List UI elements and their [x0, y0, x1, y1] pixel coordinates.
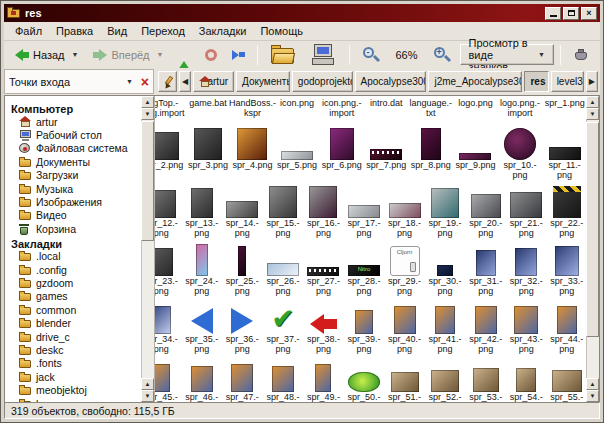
menu-item-5[interactable]: Помощь: [253, 23, 310, 39]
file-item-spr_13.png[interactable]: spr_13.-png: [182, 182, 223, 240]
files-scrollbar[interactable]: ▲ ▼ ▲ ▼: [586, 96, 599, 402]
file-item-spr_11.png[interactable]: spr_11.-png: [542, 124, 587, 182]
file-item-spr_2.png[interactable]: spr_2.png: [155, 124, 186, 182]
file-item-spr_55.png[interactable]: spr_55.-png: [546, 356, 587, 402]
sidebar-item-games[interactable]: games: [5, 290, 141, 303]
file-item-spr_28.png[interactable]: Nitrospr_28.-png: [344, 240, 385, 298]
file-item-spr_15.png[interactable]: spr_15.-png: [263, 182, 304, 240]
file-item-spr_41.png[interactable]: spr_41.-png: [425, 298, 466, 356]
file-item-spr_27.png[interactable]: spr_27.-png: [303, 240, 344, 298]
file-item-game.bat[interactable]: game.bat: [186, 98, 231, 124]
file-item-spr_17.png[interactable]: spr_17.-png: [344, 182, 385, 240]
menu-item-0[interactable]: Файл: [8, 23, 49, 39]
file-item-spr_18.png[interactable]: spr_18.-png: [384, 182, 425, 240]
path-scroll-right-button[interactable]: ▶: [586, 71, 598, 92]
file-item-spr_39.png[interactable]: spr_39.-png: [344, 298, 385, 356]
sidebar-item-Корзина[interactable]: Корзина: [5, 222, 141, 235]
edit-path-button[interactable]: [158, 71, 177, 92]
sidebar-item-kosmo[interactable]: kosmo: [5, 397, 141, 402]
path-button-Документы[interactable]: Документы: [236, 71, 290, 92]
file-item-spr_33.png[interactable]: spr_33.-png: [546, 240, 587, 298]
file-item-spr_42.png[interactable]: spr_42.-png: [465, 298, 506, 356]
path-button-res[interactable]: res: [524, 71, 548, 92]
open-folder-button[interactable]: [264, 40, 302, 70]
file-item-logo.png[interactable]: logo.png: [453, 98, 498, 124]
sidebar-item-.local[interactable]: .local: [5, 250, 141, 263]
file-item-intro.dat[interactable]: intro.dat: [364, 98, 409, 124]
view-mode-dropdown[interactable]: Просмотр в виде значков ▼: [460, 44, 554, 65]
file-item-spr_49.png[interactable]: spr_49.-png: [303, 356, 344, 402]
sidebar-item-meobjektoj[interactable]: meobjektoj: [5, 383, 141, 396]
scroll-down-icon[interactable]: ▼: [141, 108, 154, 120]
forward-button[interactable]: Вперёд ▼: [87, 45, 169, 65]
scroll-down-icon[interactable]: ▼: [586, 108, 599, 120]
file-item-spr_47.png[interactable]: spr_47.-png: [222, 356, 263, 402]
file-item-spr_21.png[interactable]: spr_21.-png: [506, 182, 547, 240]
sidebar-item-Файловая система[interactable]: Файловая система: [5, 142, 141, 155]
file-item-spr_46.png[interactable]: spr_46.-png: [182, 356, 223, 402]
file-item-spr_40.png[interactable]: spr_40.-png: [384, 298, 425, 356]
file-item-spr_50.png[interactable]: spr_50.-png: [344, 356, 385, 402]
scroll-down-icon[interactable]: ▼: [141, 390, 154, 402]
reload-button[interactable]: [199, 45, 223, 65]
sidebar-item-Документы[interactable]: Документы: [5, 155, 141, 168]
back-button[interactable]: Назад ▼: [9, 45, 84, 65]
file-item-spr_4.png[interactable]: spr_4.png: [230, 124, 275, 182]
sidebar-item-Рабочий стол[interactable]: Рабочий стол: [5, 128, 141, 141]
file-item-icon.png.import[interactable]: icon.png.-import: [319, 98, 364, 124]
file-item-logo.png.import[interactable]: logo.png.-import: [498, 98, 543, 124]
sidebar-item-artur[interactable]: artur: [5, 115, 141, 128]
file-item-spr_26.png[interactable]: spr_26.-png: [263, 240, 304, 298]
maximize-button[interactable]: [563, 7, 579, 20]
sidebar-item-Изображения[interactable]: Изображения: [5, 195, 141, 208]
path-button-j2me_Apocalypse3000[interactable]: j2me_Apocalypse3000: [428, 71, 522, 92]
sidebar-close-icon[interactable]: ×: [141, 76, 149, 88]
file-item-language.txt[interactable]: language.-txt: [409, 98, 454, 124]
sidebar-item-.config[interactable]: .config: [5, 263, 141, 276]
scroll-up-icon[interactable]: ▲: [586, 378, 599, 390]
sidebar-item-Загрузки[interactable]: Загрузки: [5, 169, 141, 182]
file-item-spr_30.png[interactable]: spr_30.-png: [425, 240, 466, 298]
file-item-spr_3.png[interactable]: spr_3.png: [186, 124, 231, 182]
file-item-spr_34.png[interactable]: spr_34.-png: [155, 298, 182, 356]
file-item-spr_29.png[interactable]: Cljornspr_29.-png: [384, 240, 425, 298]
file-item-spr_31.png[interactable]: spr_31.-png: [465, 240, 506, 298]
minimize-button[interactable]: [545, 7, 561, 20]
close-button[interactable]: ×: [581, 7, 597, 20]
sidebar-item-.fonts[interactable]: .fonts: [5, 357, 141, 370]
file-item-spr_45.png[interactable]: spr_45.-png: [155, 356, 182, 402]
zoom-out-button[interactable]: -: [356, 42, 386, 68]
files-scroll-thumb[interactable]: [586, 122, 599, 337]
menu-item-3[interactable]: Переход: [134, 23, 192, 39]
tools-button[interactable]: [567, 44, 595, 66]
path-scroll-left-button[interactable]: ◀: [179, 71, 191, 92]
file-item-spr_1.png[interactable]: spr_1.png: [542, 98, 587, 124]
file-item-spr_25.png[interactable]: spr_25.-png: [222, 240, 263, 298]
file-item-spr_16.png[interactable]: spr_16.-png: [303, 182, 344, 240]
sidebar-item-jack[interactable]: jack: [5, 370, 141, 383]
file-item-spr_38.png[interactable]: spr_38.-png: [303, 298, 344, 356]
menu-item-2[interactable]: Вид: [100, 23, 134, 39]
path-button-Apocalypse3000[interactable]: Apocalypse3000: [355, 71, 427, 92]
scroll-up-icon[interactable]: ▲: [586, 96, 599, 108]
zoom-in-button[interactable]: +: [427, 42, 457, 68]
file-item-spr_10.png[interactable]: spr_10.-png: [498, 124, 543, 182]
file-item-spr_6.png[interactable]: spr_6.png: [319, 124, 364, 182]
file-item-spr_44.png[interactable]: spr_44.-png: [546, 298, 587, 356]
file-item-spr_7.png[interactable]: spr_7.png: [364, 124, 409, 182]
path-button-godoprojektoj[interactable]: godoprojektoj: [292, 71, 353, 92]
file-item-spr_43.png[interactable]: spr_43.-png: [506, 298, 547, 356]
file-item-spr_14.png[interactable]: spr_14.-png: [222, 182, 263, 240]
file-item-spr_53.png[interactable]: spr_53.-png: [465, 356, 506, 402]
scroll-up-icon[interactable]: ▲: [141, 96, 154, 108]
file-item-spr_12.png[interactable]: spr_12.-png: [155, 182, 182, 240]
file-item-bgTop.png.import[interactable]: bgTop.-png.import: [155, 98, 186, 124]
file-item-spr_54.png[interactable]: spr_54.-png: [506, 356, 547, 402]
scroll-down-icon[interactable]: ▼: [586, 390, 599, 402]
up-button[interactable]: [172, 45, 196, 65]
back-history-caret-icon[interactable]: ▼: [72, 51, 79, 58]
file-item-spr_48.png[interactable]: spr_48.-png: [263, 356, 304, 402]
path-button-level3[interactable]: level3: [551, 71, 584, 92]
sidebar-item-deskc[interactable]: deskc: [5, 343, 141, 356]
sidebar-item-drive_c[interactable]: drive_c: [5, 330, 141, 343]
